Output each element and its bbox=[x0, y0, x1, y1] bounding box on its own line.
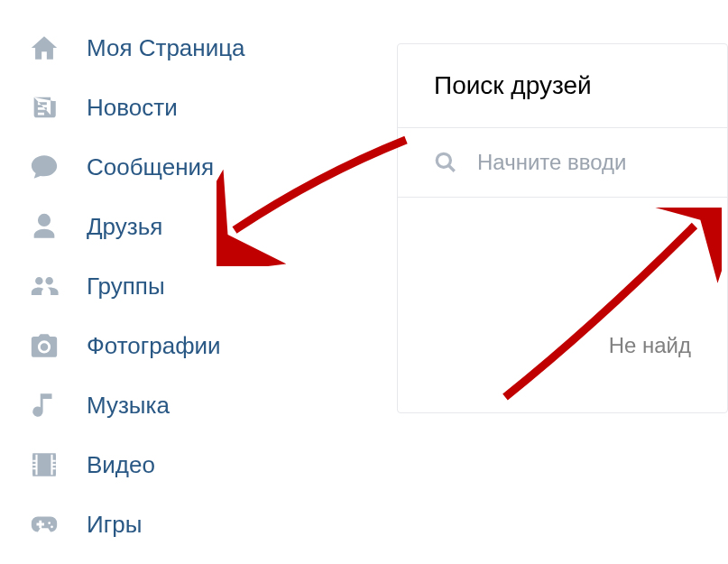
sidebar-item-groups[interactable]: Группы bbox=[27, 256, 397, 316]
search-input[interactable] bbox=[477, 150, 691, 175]
friends-icon bbox=[27, 209, 61, 244]
friends-search-panel: Поиск друзей Не найд bbox=[397, 43, 728, 413]
sidebar-item-label: Видео bbox=[87, 451, 155, 479]
search-icon bbox=[434, 151, 457, 174]
sidebar-item-label: Друзья bbox=[87, 213, 162, 241]
sidebar-item-label: Моя Страница bbox=[87, 34, 245, 62]
sidebar-item-label: Игры bbox=[87, 511, 142, 539]
svg-point-2 bbox=[437, 153, 450, 167]
photos-icon bbox=[27, 328, 61, 363]
sidebar-item-my-page[interactable]: Моя Страница bbox=[27, 18, 397, 78]
music-icon bbox=[27, 388, 61, 422]
sidebar-item-videos[interactable]: Видео bbox=[27, 435, 397, 495]
messages-icon bbox=[27, 150, 61, 184]
panel-title: Поиск друзей bbox=[434, 71, 691, 100]
sidebar-item-photos[interactable]: Фотографии bbox=[27, 316, 397, 375]
home-icon bbox=[27, 31, 61, 65]
sidebar-item-label: Музыка bbox=[87, 392, 170, 420]
news-icon bbox=[27, 90, 61, 125]
games-icon bbox=[27, 507, 61, 541]
videos-icon bbox=[27, 448, 61, 482]
sidebar-item-games[interactable]: Игры bbox=[27, 495, 397, 554]
main-content: Поиск друзей Не найд bbox=[397, 0, 728, 564]
sidebar-item-messages[interactable]: Сообщения bbox=[27, 137, 397, 197]
sidebar-item-label: Фотографии bbox=[87, 332, 221, 360]
sidebar-item-label: Сообщения bbox=[87, 153, 214, 181]
sidebar-item-music[interactable]: Музыка bbox=[27, 375, 397, 435]
sidebar-item-label: Группы bbox=[87, 273, 165, 300]
sidebar: Моя Страница Новости Сообщения Друзья Гр bbox=[0, 0, 397, 564]
sidebar-item-label: Новости bbox=[87, 94, 178, 122]
results-empty-text: Не найд bbox=[398, 198, 727, 412]
svg-line-3 bbox=[448, 165, 455, 171]
sidebar-item-news[interactable]: Новости bbox=[27, 78, 397, 137]
panel-header: Поиск друзей bbox=[398, 44, 727, 128]
search-row bbox=[398, 128, 727, 198]
groups-icon bbox=[27, 269, 61, 303]
sidebar-item-friends[interactable]: Друзья bbox=[27, 197, 397, 256]
